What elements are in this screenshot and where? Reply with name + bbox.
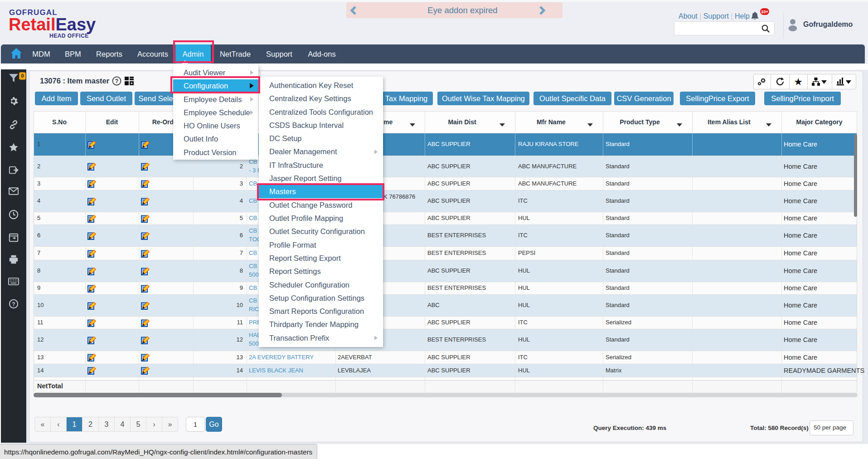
svg-text:?: ?: [12, 301, 15, 308]
svg-text:?: ?: [115, 78, 119, 84]
svg-text:+: +: [131, 81, 133, 86]
